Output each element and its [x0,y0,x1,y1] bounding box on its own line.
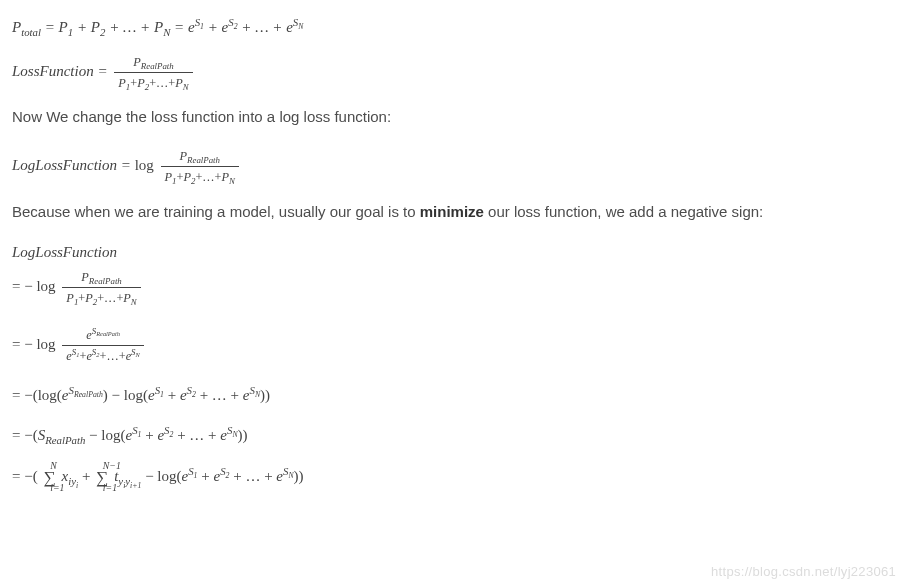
numerator: PRealPath [62,268,140,288]
log: log [124,387,143,403]
equals: = [121,157,135,173]
equation-loglossfn: LogLossFunction = log PRealPath P1+P2+…+… [12,147,892,187]
equation-step1: = − log PRealPath P1+P2+…+PN [12,268,892,308]
eS2: eS2 [222,19,238,35]
pN: PN [154,19,170,35]
fraction: eSRealPath eS1+eS2+…+eSN [62,326,143,366]
dots: … [123,19,140,35]
plus: + [272,19,286,35]
denominator: P1+P2+…+PN [161,167,239,186]
watermark-url: https://blog.csdn.net/lyj223061 [711,562,896,582]
log: log [36,278,55,294]
dots: … [255,19,272,35]
plus: + [140,19,154,35]
numerator: PRealPath [161,147,239,167]
log: log [38,387,57,403]
ptotal: Ptotal [12,19,41,35]
numerator: PRealPath [114,53,192,73]
fraction: PRealPath P1+P2+…+PN [161,147,239,187]
document-body: Ptotal = P1 + P2 + … + PN = eS1 + eS2 + … [0,0,904,490]
para-bold-minimize: minimize [420,203,484,220]
p2: P2 [91,19,106,35]
equation-step2: = − log eSRealPath eS1+eS2+…+eSN [12,326,892,366]
log: log [135,157,154,173]
plus: + [208,19,222,35]
sum-icon: ∑N−1i=1 [96,465,108,491]
sum-icon: ∑Ni=1 [43,465,55,491]
loglossfn-label: LogLossFunction [12,244,117,260]
equation-step5: = −( ∑Ni=1 xiyi + ∑N−1i=1 tyiyi+1 − log(… [12,465,892,491]
para-text: Because when we are training a model, us… [12,203,420,220]
equation-ptotal: Ptotal = P1 + P2 + … + PN = eS1 + eS2 + … [12,16,892,39]
equals: = [97,63,111,79]
log: log [101,427,120,443]
equals: = [45,19,59,35]
minus: − [24,278,36,294]
plus: + [241,19,255,35]
equals: = [174,19,188,35]
para-text: our loss function, we add a negative sig… [484,203,763,220]
lossfn-label: LossFunction [12,63,94,79]
fraction: PRealPath P1+P2+…+PN [62,268,140,308]
numerator: eSRealPath [62,326,143,346]
plus: + [77,19,91,35]
fraction: PRealPath P1+P2+…+PN [114,53,192,93]
p1: P1 [59,19,74,35]
paragraph-minimize: Because when we are training a model, us… [12,201,892,224]
loglossfn-header: LogLossFunction [12,241,892,264]
denominator: eS1+eS2+…+eSN [62,346,143,365]
log: log [36,336,55,352]
para-text: Now We change the loss function into a l… [12,108,391,125]
paragraph-log-loss-intro: Now We change the loss function into a l… [12,106,892,129]
loglossfn-label: LogLossFunction [12,157,117,173]
eSN: eSN [286,19,303,35]
denominator: P1+P2+…+PN [114,73,192,92]
log: log [157,468,176,484]
equation-lossfn: LossFunction = PRealPath P1+P2+…+PN [12,53,892,93]
equation-step4: = −(SRealPath − log(eS1 + eS2 + … + eSN)… [12,424,892,447]
minus: − [24,336,36,352]
equation-step3: = −(log(eSRealPath) − log(eS1 + eS2 + … … [12,384,892,407]
eS1: eS1 [188,19,204,35]
plus: + [109,19,123,35]
denominator: P1+P2+…+PN [62,288,140,307]
